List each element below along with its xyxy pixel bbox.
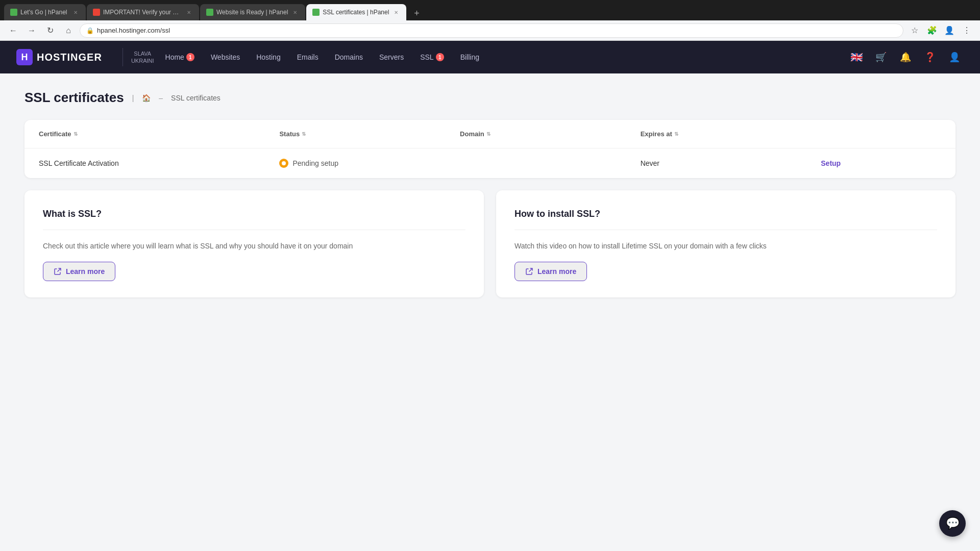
breadcrumb-bar-divider: | [132, 94, 134, 102]
new-tab-button[interactable]: + [409, 6, 424, 20]
status-text: Pending setup [292, 159, 338, 167]
back-button[interactable]: ← [6, 23, 20, 38]
how-to-install-title: How to install SSL? [514, 209, 937, 219]
th-domain[interactable]: Domain ⇅ [460, 130, 641, 138]
tab-4-close[interactable]: ✕ [392, 8, 400, 16]
browser-window: Let's Go | hPanel ✕ IMPORTANT! Verify yo… [0, 0, 980, 41]
nav-item-home[interactable]: Home 1 [158, 49, 202, 65]
external-link-icon-2 [525, 267, 533, 276]
extensions-button[interactable]: 🧩 [925, 23, 939, 38]
language-selector[interactable]: 🇬🇧 [847, 48, 866, 66]
chat-icon: 💬 [946, 517, 960, 530]
profile-button[interactable]: 👤 [942, 23, 957, 38]
page-content: SSL certificates | 🏠 – SSL certificates … [0, 73, 980, 551]
nav-item-websites[interactable]: Websites [204, 49, 247, 65]
address-text: hpanel.hostinger.com/ssl [97, 27, 170, 34]
how-to-install-learn-more-button[interactable]: Learn more [514, 262, 587, 281]
browser-tab-3[interactable]: Website is Ready | hPanel ✕ [200, 4, 305, 20]
page-title: SSL certificates [24, 90, 124, 106]
menu-button[interactable]: ⋮ [960, 23, 974, 38]
tab-1-title: Let's Go | hPanel [20, 9, 68, 16]
nav-item-servers[interactable]: Servers [372, 49, 411, 65]
page-header: SSL certificates | 🏠 – SSL certificates [24, 90, 955, 106]
table-header: Certificate ⇅ Status ⇅ Domain ⇅ Expires … [24, 120, 955, 148]
sort-domain-icon: ⇅ [486, 131, 491, 137]
what-is-ssl-divider [43, 230, 465, 230]
sort-certificate-icon: ⇅ [74, 131, 78, 137]
reload-button[interactable]: ↻ [43, 23, 57, 38]
breadcrumb-home-icon[interactable]: 🏠 [142, 94, 151, 102]
status-dot-inner [282, 161, 286, 165]
tab-2-favicon [93, 9, 100, 16]
sort-status-icon: ⇅ [302, 131, 306, 137]
what-is-ssl-card: What is SSL? Check out this article wher… [24, 190, 484, 297]
breadcrumb-current: SSL certificates [171, 94, 220, 102]
nav-item-hosting[interactable]: Hosting [249, 49, 287, 65]
how-to-install-ssl-card: How to install SSL? Watch this video on … [496, 190, 955, 297]
nav-item-billing[interactable]: Billing [453, 49, 486, 65]
setup-link[interactable]: Setup [821, 159, 841, 167]
ssl-table-card: Certificate ⇅ Status ⇅ Domain ⇅ Expires … [24, 120, 955, 178]
logo-text: HOSTINGER [37, 52, 102, 63]
browser-tab-1[interactable]: Let's Go | hPanel ✕ [4, 4, 86, 20]
th-expires[interactable]: Expires at ⇅ [641, 130, 821, 138]
tab-2-close[interactable]: ✕ [185, 8, 193, 16]
how-to-install-divider [514, 230, 937, 230]
tab-4-title: SSL certificates | hPanel [323, 9, 389, 16]
external-link-icon [54, 267, 62, 276]
toolbar-right: ☆ 🧩 👤 ⋮ [908, 23, 974, 38]
cell-status: Pending setup [279, 159, 460, 168]
what-is-ssl-description: Check out this article where you will le… [43, 240, 465, 252]
logo-icon: H [16, 49, 33, 65]
cell-action: Setup [821, 159, 941, 167]
th-status[interactable]: Status ⇅ [279, 130, 460, 138]
nav-item-emails[interactable]: Emails [290, 49, 326, 65]
tab-1-favicon [10, 9, 17, 16]
cell-expires: Never [641, 159, 821, 167]
slava-ukraini: SLAVA UKRAINI [131, 50, 154, 65]
tab-3-favicon [206, 9, 213, 16]
nav-item-domains[interactable]: Domains [328, 49, 370, 65]
store-button[interactable]: 🛒 [872, 48, 890, 66]
table-row: SSL Certificate Activation Pending setup… [24, 148, 955, 178]
notifications-button[interactable]: 🔔 [896, 48, 915, 66]
tab-3-close[interactable]: ✕ [291, 8, 299, 16]
address-bar[interactable]: 🔒 hpanel.hostinger.com/ssl [80, 23, 903, 38]
home-badge: 1 [186, 53, 194, 61]
browser-toolbar: ← → ↻ ⌂ 🔒 hpanel.hostinger.com/ssl ☆ 🧩 👤… [0, 20, 980, 41]
chat-widget-button[interactable]: 💬 [939, 510, 966, 537]
browser-tab-2[interactable]: IMPORTANT! Verify your contac... ✕ [87, 4, 199, 20]
what-is-ssl-learn-more-button[interactable]: Learn more [43, 262, 115, 281]
tab-3-title: Website is Ready | hPanel [216, 9, 288, 16]
breadcrumb-separator: – [159, 94, 163, 102]
what-is-ssl-title: What is SSL? [43, 209, 465, 219]
browser-tab-4[interactable]: SSL certificates | hPanel ✕ [306, 4, 406, 20]
tab-4-favicon [312, 9, 320, 16]
tab-2-title: IMPORTANT! Verify your contac... [103, 9, 182, 16]
cell-certificate: SSL Certificate Activation [39, 159, 279, 167]
forward-button[interactable]: → [24, 23, 39, 38]
how-to-install-description: Watch this video on how to install Lifet… [514, 240, 937, 252]
main-navbar: H HOSTINGER SLAVA UKRAINI Home 1 Website… [0, 41, 980, 73]
logo[interactable]: H HOSTINGER [16, 49, 102, 65]
ssl-badge: 1 [436, 53, 444, 61]
th-certificate[interactable]: Certificate ⇅ [39, 130, 279, 138]
user-button[interactable]: 👤 [945, 48, 964, 66]
home-button[interactable]: ⌂ [61, 23, 76, 38]
uk-flag-icon: 🇬🇧 [850, 51, 863, 63]
tab-1-close[interactable]: ✕ [71, 8, 80, 16]
info-cards-container: What is SSL? Check out this article wher… [24, 190, 955, 297]
nav-divider [122, 48, 123, 66]
nav-right: 🇬🇧 🛒 🔔 ❓ 👤 [847, 48, 964, 66]
browser-tab-bar: Let's Go | hPanel ✕ IMPORTANT! Verify yo… [0, 0, 980, 20]
status-pending-icon [279, 159, 288, 168]
sort-expires-icon: ⇅ [674, 131, 678, 137]
nav-menu: Home 1 Websites Hosting Emails Domains S… [158, 49, 847, 65]
bookmark-button[interactable]: ☆ [908, 23, 922, 38]
th-action [821, 130, 941, 138]
help-button[interactable]: ❓ [921, 48, 939, 66]
nav-item-ssl[interactable]: SSL 1 [413, 49, 451, 65]
